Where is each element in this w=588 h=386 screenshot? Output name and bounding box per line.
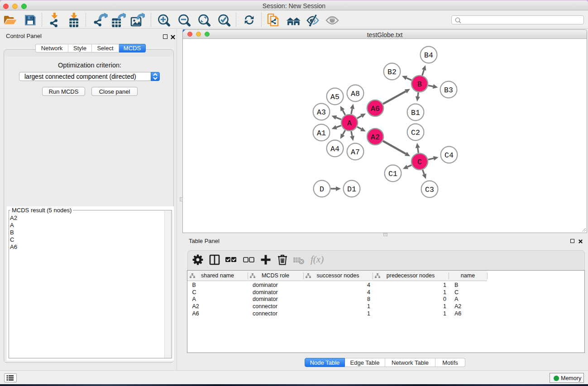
svg-text:B3: B3 bbox=[444, 86, 453, 95]
svg-text:A1: A1 bbox=[317, 129, 326, 138]
svg-text:A8: A8 bbox=[351, 90, 360, 98]
svg-text:A: A bbox=[347, 119, 352, 128]
svg-text:A5: A5 bbox=[330, 93, 339, 101]
svg-text:B1: B1 bbox=[411, 109, 420, 117]
svg-text:B2: B2 bbox=[387, 68, 397, 76]
svg-text:B4: B4 bbox=[424, 51, 433, 60]
svg-text:A6: A6 bbox=[371, 105, 380, 113]
svg-text:A4: A4 bbox=[330, 145, 339, 153]
svg-text:D: D bbox=[320, 185, 324, 194]
svg-text:C1: C1 bbox=[388, 170, 397, 178]
svg-text:C2: C2 bbox=[411, 129, 420, 137]
svg-text:B: B bbox=[417, 80, 422, 89]
svg-text:C3: C3 bbox=[425, 186, 434, 194]
svg-text:D1: D1 bbox=[347, 185, 356, 194]
svg-text:A3: A3 bbox=[317, 108, 326, 117]
svg-text:A7: A7 bbox=[351, 148, 360, 157]
svg-text:A2: A2 bbox=[371, 133, 380, 142]
svg-text:C: C bbox=[417, 158, 422, 167]
svg-text:C4: C4 bbox=[445, 151, 454, 160]
